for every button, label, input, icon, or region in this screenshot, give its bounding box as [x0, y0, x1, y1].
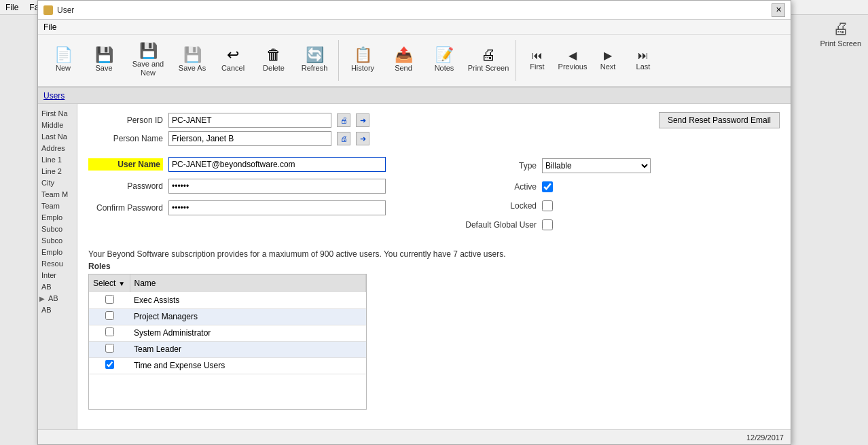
- print-screen-icon: 🖨: [833, 19, 849, 38]
- send-reset-password-button[interactable]: Send Reset Password Email: [659, 112, 780, 128]
- person-id-link-icon[interactable]: ➜: [356, 113, 369, 127]
- next-button[interactable]: ▶ Next: [591, 37, 625, 84]
- roles-cell-time-expense-name: Time and Expense Users: [130, 357, 366, 374]
- person-name-printer-icon[interactable]: 🖨: [337, 132, 350, 145]
- cancel-label: Cancel: [221, 64, 245, 73]
- sidebar-city[interactable]: City: [39, 177, 75, 188]
- send-icon: 📤: [395, 48, 413, 63]
- history-button[interactable]: 📋 History: [343, 37, 382, 84]
- roles-row-team-leader: Team Leader: [89, 341, 366, 357]
- active-checkbox[interactable]: [542, 181, 553, 192]
- last-button[interactable]: ⏭ Last: [626, 37, 660, 84]
- default-global-user-checkbox[interactable]: [542, 219, 553, 230]
- project-managers-checkbox[interactable]: [105, 311, 114, 320]
- person-name-label: Person Name: [88, 134, 163, 143]
- print-screen-top-label: Print Screen: [820, 39, 861, 48]
- app-menu-file[interactable]: File: [5, 3, 18, 12]
- notes-button[interactable]: 📝 Notes: [424, 37, 464, 84]
- confirm-password-input[interactable]: [168, 200, 386, 215]
- locked-row: Locked: [455, 200, 651, 211]
- save-and-new-button[interactable]: 💾 Save and New: [125, 37, 171, 84]
- roles-cell-team-leader-check[interactable]: [89, 341, 130, 357]
- print-screen-top-right[interactable]: 🖨 Print Screen: [820, 19, 861, 48]
- sidebar-first-name[interactable]: First Na: [39, 108, 75, 119]
- refresh-button[interactable]: 🔄 Refresh: [295, 37, 334, 84]
- sidebar-subco2[interactable]: Subco: [39, 235, 75, 246]
- print-screen-button[interactable]: 🖨 Print Screen: [465, 37, 511, 84]
- save-button[interactable]: 💾 Save: [84, 37, 124, 84]
- next-icon: ▶: [604, 50, 612, 61]
- print-screen-label: Print Screen: [468, 64, 509, 73]
- notes-label: Notes: [435, 64, 454, 73]
- sidebar-subco1[interactable]: Subco: [39, 224, 75, 234]
- send-button[interactable]: 📤 Send: [384, 37, 423, 84]
- sidebar-ab1[interactable]: AB: [39, 281, 75, 292]
- delete-button[interactable]: 🗑 Delete: [254, 37, 293, 84]
- sidebar-team[interactable]: Team: [39, 200, 75, 211]
- print-screen-icon-toolbar: 🖨: [481, 48, 496, 63]
- person-id-input[interactable]: [168, 113, 331, 128]
- subscription-info: Your Beyond Software subscription provid…: [88, 249, 780, 259]
- roles-cell-project-managers-check[interactable]: [89, 308, 130, 325]
- locked-label: Locked: [455, 201, 537, 211]
- roles-cell-team-leader-name: Team Leader: [130, 341, 366, 357]
- roles-cell-system-admin-name: System Administrator: [130, 325, 366, 341]
- person-name-row: Person Name 🖨 ➜: [88, 131, 780, 146]
- person-name-link-icon[interactable]: ➜: [356, 132, 369, 145]
- previous-label: Previous: [558, 63, 587, 71]
- type-select[interactable]: Billable Non-Billable Administrative: [542, 158, 651, 173]
- roles-cell-exec-assists-check[interactable]: [89, 292, 130, 308]
- breadcrumb-users[interactable]: Users: [43, 91, 65, 101]
- save-as-icon: 💾: [183, 48, 202, 63]
- roles-cell-time-expense-check[interactable]: [89, 357, 130, 374]
- status-date: 12/29/2017: [746, 433, 784, 442]
- exec-assists-checkbox[interactable]: [105, 295, 114, 304]
- window-icon: [43, 5, 53, 15]
- sidebar-inter[interactable]: Inter: [39, 270, 75, 281]
- sidebar-address[interactable]: Addres: [39, 143, 75, 154]
- status-bar: 12/29/2017: [38, 429, 791, 444]
- sidebar-line2[interactable]: Line 2: [39, 166, 75, 177]
- notes-icon: 📝: [435, 48, 454, 63]
- sidebar-middle[interactable]: Middle: [39, 120, 75, 130]
- password-row: Password: [88, 179, 428, 194]
- locked-checkbox[interactable]: [542, 200, 553, 211]
- roles-cell-exec-assists-name: Exec Assists: [130, 292, 366, 308]
- username-label: User Name: [88, 158, 163, 171]
- close-button[interactable]: ✕: [772, 3, 785, 17]
- person-name-input[interactable]: [168, 131, 331, 146]
- roles-table-header: Select ▼ Name: [89, 274, 366, 292]
- roles-row-time-expense: Time and Expense Users: [89, 357, 366, 374]
- breadcrumb-row: Users: [38, 88, 791, 104]
- delete-label: Delete: [263, 64, 285, 73]
- save-and-new-label: Save and New: [127, 60, 169, 77]
- select-header-label: Select: [93, 279, 115, 288]
- file-menu-item[interactable]: File: [43, 22, 56, 32]
- sidebar-emplo2[interactable]: Emplo: [39, 247, 75, 257]
- first-button[interactable]: ⏮ First: [520, 37, 554, 84]
- team-leader-checkbox[interactable]: [105, 344, 114, 353]
- new-icon: 📄: [54, 48, 73, 63]
- sidebar-ab2[interactable]: AB: [46, 293, 60, 304]
- sidebar-line1[interactable]: Line 1: [39, 154, 75, 165]
- sidebar-resou[interactable]: Resou: [39, 258, 75, 269]
- roles-label: Roles: [88, 262, 780, 271]
- roles-cell-system-admin-check[interactable]: [89, 325, 130, 341]
- username-input[interactable]: [168, 157, 386, 172]
- delete-icon: 🗑: [266, 48, 281, 63]
- time-expense-checkbox[interactable]: [105, 360, 114, 369]
- password-input[interactable]: [168, 179, 386, 194]
- cancel-button[interactable]: ↩ Cancel: [213, 37, 253, 84]
- select-dropdown-icon[interactable]: ▼: [118, 280, 125, 287]
- sidebar-last-name[interactable]: Last Na: [39, 131, 75, 142]
- sidebar-team-m[interactable]: Team M: [39, 189, 75, 200]
- system-admin-checkbox[interactable]: [105, 327, 114, 336]
- new-button[interactable]: 📄 New: [43, 37, 83, 84]
- roles-col-select[interactable]: Select ▼: [89, 274, 130, 292]
- sidebar-ab3[interactable]: AB: [39, 304, 75, 315]
- previous-button[interactable]: ◀ Previous: [556, 37, 590, 84]
- save-as-button[interactable]: 💾 Save As: [173, 37, 212, 84]
- sidebar-emplo1[interactable]: Emplo: [39, 212, 75, 223]
- refresh-label: Refresh: [302, 64, 328, 73]
- person-id-printer-icon[interactable]: 🖨: [337, 113, 350, 127]
